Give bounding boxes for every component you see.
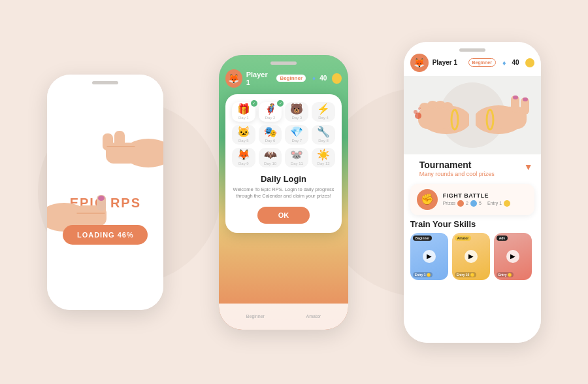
play-button-3[interactable]: ▶ — [506, 250, 519, 263]
svg-rect-4 — [114, 131, 125, 148]
diamond-icon-3: ♦ — [502, 59, 506, 67]
svg-point-29 — [513, 96, 518, 99]
coin-icon-2 — [332, 73, 342, 84]
svg-point-21 — [414, 110, 417, 114]
main-scene: EPIC RPS LOADING 46% — [0, 0, 588, 384]
calendar-day-10: 🦇 Day 10 — [259, 148, 282, 167]
skill-badge-3: Adv — [497, 236, 508, 241]
phone3-header: 🦊 Player 1 Beginner ♦ 40 — [404, 42, 541, 76]
skill-entry-3: Entry 🟡 — [497, 272, 514, 277]
avatar-3: 🦊 — [410, 54, 429, 72]
calendar-grid: ✓ 🎁 Day 1 ✓ 🦸 Day 2 🐻 Day 3 — [232, 102, 335, 167]
calendar-day-9: 🦊 Day 9 — [232, 148, 255, 167]
skill-card-amator[interactable]: Amator ▶ Entry 10 🟡 — [452, 233, 490, 280]
diamond-icon: ♦ — [312, 75, 316, 82]
modal-description: Welcome To Epic RPS. Login to daily prog… — [232, 186, 335, 200]
calendar-day-4: ⚡ Day 4 — [312, 102, 335, 122]
calendar-day-11: 🐭 Day 11 — [285, 148, 308, 167]
play-button-1[interactable]: ▶ — [423, 250, 436, 263]
skills-cards-row: Beginner ▶ Entry 1 🟡 Amator ▶ Entry 10 🟡… — [410, 233, 534, 280]
prize-dot-entry — [504, 200, 510, 207]
tournament-section: Tournament Many rounds and cool prizes ▼… — [404, 154, 541, 215]
fight-info: FIGHT BATTLE Prizes 2 5 Entry 1 — [443, 192, 528, 207]
skill-card-beginner[interactable]: Beginner ▶ Entry 1 🟡 — [410, 233, 448, 280]
calendar-day-1: ✓ 🎁 Day 1 — [232, 102, 255, 122]
main-game-screen: 🦊 Player 1 Beginner ♦ 40 — [404, 42, 541, 343]
calendar-day-7: 💎 Day 7 — [285, 125, 308, 145]
coin-icon-3 — [525, 58, 534, 67]
skill-badge-1: Beginner — [413, 236, 433, 241]
check-1: ✓ — [251, 100, 257, 107]
svg-rect-3 — [103, 133, 113, 150]
calendar-day-8: 🔧 Day 8 — [312, 125, 335, 145]
avatar-2: 🦊 — [225, 69, 242, 88]
svg-point-22 — [418, 107, 421, 110]
tournament-dropdown-arrow[interactable]: ▼ — [524, 162, 533, 172]
right-hand-svg — [476, 92, 534, 138]
tournament-header-row: Tournament Many rounds and cool prizes ▼ — [404, 154, 541, 180]
left-hand-svg — [410, 92, 469, 138]
calendar-day-5: 🐱 Day 5 — [232, 125, 255, 145]
phone-main-game: 🦊 Player 1 Beginner ♦ 40 — [404, 42, 541, 343]
phone2-bottom-tabs: Beginner Amator — [219, 304, 348, 330]
svg-point-18 — [442, 102, 453, 110]
loading-screen: EPIC RPS LOADING 46% — [47, 75, 163, 310]
phone2-header: 🦊 Player 1 Beginner ♦ 40 — [219, 55, 348, 92]
prize-dot-1 — [457, 200, 464, 207]
daily-login-modal: ✓ 🎁 Day 1 ✓ 🦸 Day 2 🐻 Day 3 — [225, 94, 342, 233]
fight-icon: ✊ — [417, 189, 438, 210]
loading-bar: LOADING 46% — [63, 225, 148, 245]
calendar-day-6: 🎭 Day 6 — [259, 125, 282, 145]
skill-entry-1: Entry 1 🟡 — [413, 272, 433, 277]
calendar-day-12: ☀️ Day 12 — [312, 148, 335, 167]
hand-scissors — [93, 127, 163, 169]
phone-notch-2 — [270, 61, 297, 65]
skill-badge-2: Amator — [455, 236, 472, 241]
skills-section: Train Your Skills Beginner ▶ Entry 1 🟡 A… — [404, 215, 541, 280]
prize-dot-2 — [470, 200, 477, 207]
hero-section — [404, 76, 541, 154]
calendar-day-3: 🐻 Day 3 — [285, 102, 308, 122]
entry-label: Entry 1 — [487, 201, 502, 205]
tab-beginner[interactable]: Beginner — [246, 314, 265, 319]
phone-notch-3 — [459, 48, 485, 52]
svg-point-28 — [523, 97, 528, 101]
calendar-day-2: ✓ 🦸 Day 2 — [259, 102, 282, 122]
phone-notch-1 — [92, 81, 118, 84]
check-2: ✓ — [277, 100, 284, 107]
tournament-title-block: Tournament Many rounds and cool prizes — [412, 154, 502, 180]
play-button-2[interactable]: ▶ — [465, 250, 478, 263]
skill-card-advanced[interactable]: Adv ▶ Entry 🟡 — [494, 233, 532, 280]
skill-entry-2: Entry 10 🟡 — [455, 272, 476, 277]
ok-button[interactable]: OK — [257, 207, 310, 224]
fight-prizes-row: Prizes 2 5 Entry 1 — [443, 200, 528, 207]
phone-loading: EPIC RPS LOADING 46% — [47, 75, 163, 310]
daily-login-screen: 🦊 Player 1 Beginner ♦ 40 ✓ 🎁 Day 1 — [219, 55, 348, 330]
phone-daily-login: 🦊 Player 1 Beginner ♦ 40 ✓ 🎁 Day 1 — [219, 55, 348, 330]
svg-point-11 — [98, 196, 105, 201]
tab-amator[interactable]: Amator — [306, 314, 321, 319]
fight-battle-card[interactable]: ✊ FIGHT BATTLE Prizes 2 5 Entry 1 — [410, 184, 534, 215]
modal-title: Daily Login — [232, 174, 335, 184]
